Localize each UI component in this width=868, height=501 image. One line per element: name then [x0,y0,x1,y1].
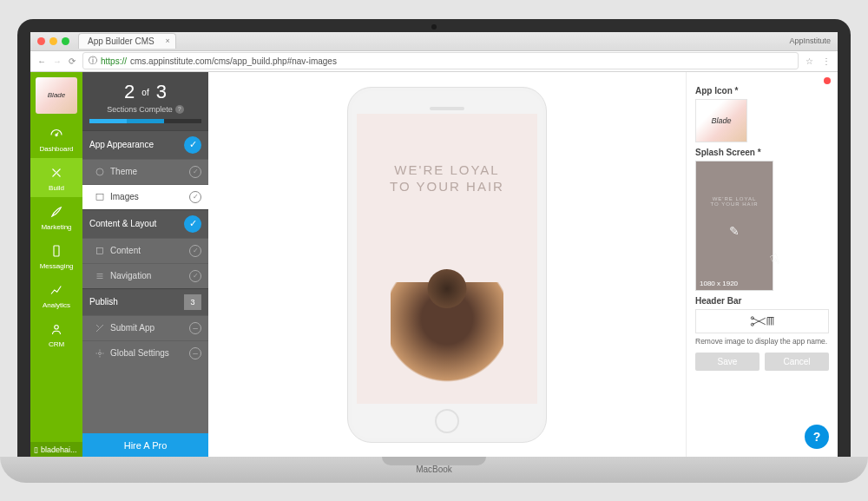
progress-current: 2 [124,81,135,102]
pending-ring-icon: – [189,322,201,334]
person-icon [49,321,64,337]
sub-item-images[interactable]: Images ✓ [82,184,208,209]
sidebar-item-build[interactable]: Build [30,158,82,197]
sidebar-item-analytics[interactable]: Analytics [30,275,82,314]
list-icon [95,271,105,281]
header-bar-preview[interactable] [695,309,829,333]
tab-close-icon[interactable]: × [165,36,169,45]
svg-point-3 [96,168,103,175]
splash-preview[interactable]: WE'RE LOYAL TO YOUR HAIR ✎ 1080 x 1920 ☟ [695,161,773,291]
svg-rect-5 [97,247,103,254]
browser-address-bar: ← → ⟳ ⓘ https://cms.appinstitute.com/cms… [30,51,838,72]
phone-screen: WE'RE LOYAL TO YOUR HAIR [357,114,537,404]
svg-point-6 [99,352,102,354]
browser-tab[interactable]: App Builder CMS × [78,33,176,49]
phone-preview: WE'RE LOYAL TO YOUR HAIR [347,87,547,443]
info-icon[interactable]: ? [175,105,184,114]
check-badge-icon: ✓ [184,136,201,154]
sub-item-theme[interactable]: Theme ✓ [82,159,208,184]
gauge-icon [49,126,64,142]
menu-icon[interactable]: ⋮ [822,56,831,66]
app-logo-thumb[interactable]: Blade [36,77,77,114]
gear-icon [95,348,105,359]
url-scheme: https:// [101,56,127,66]
browser-tab-bar: App Builder CMS × AppInstitute [30,32,838,51]
dimensions-label: 1080 x 1920 [700,280,738,287]
sub-item-submit-app[interactable]: Submit App – [82,315,208,340]
help-button[interactable]: ? [805,425,829,449]
home-button-icon [435,409,459,433]
url-text: cms.appinstitute.com/cms/app_build.php#n… [130,56,337,66]
sidebar-item-marketing[interactable]: Marketing [30,197,82,236]
properties-panel: App Icon * Blade Splash Screen * WE'RE L… [686,72,838,458]
sidebar-footer[interactable]: ▯ bladehai... [30,442,82,458]
label-app-icon: App Icon * [695,86,829,96]
group-content-layout[interactable]: Content & Layout ✓ [82,209,208,238]
progress-total: 3 [156,81,167,102]
save-button[interactable]: Save [695,353,760,371]
sub-item-navigation[interactable]: Navigation ✓ [82,263,208,288]
build-steps-panel: 2 of 3 Sections Complete? App Appearance… [82,72,208,458]
sidebar-item-crm[interactable]: CRM [30,314,82,353]
laptop-brand: MacBook [416,465,452,474]
send-icon [95,323,105,333]
chart-icon [49,282,64,298]
hire-pro-button[interactable]: Hire A Pro [82,433,208,458]
check-badge-icon: ✓ [184,215,201,233]
group-publish[interactable]: Publish 3 [82,288,208,315]
label-header-bar: Header Bar [695,296,829,306]
rocket-icon [49,204,64,220]
svg-rect-1 [54,246,59,256]
splash-image [391,282,503,404]
label-splash: Splash Screen * [695,148,829,157]
tools-icon [49,165,64,181]
pending-ring-icon: – [189,347,201,359]
extension-brand: AppInstitute [789,36,831,45]
progress-bar [89,119,201,123]
progress-box: 2 of 3 Sections Complete? [82,72,208,130]
cancel-button[interactable]: Cancel [765,353,829,371]
url-input[interactable]: ⓘ https://cms.appinstitute.com/cms/app_b… [82,52,799,69]
preview-canvas: WE'RE LOYAL TO YOUR HAIR [208,72,686,458]
cursor-icon: ☟ [768,250,782,268]
scissors-comb-icon [749,313,775,329]
app-icon-preview[interactable]: Blade [695,99,747,142]
lock-icon: ⓘ [89,55,97,67]
nav-reload-icon[interactable]: ⟳ [69,56,76,66]
speaker-icon [430,107,464,110]
image-icon [95,192,105,202]
edit-icon[interactable]: ✎ [729,224,740,238]
group-app-appearance[interactable]: App Appearance ✓ [82,130,208,159]
nav-forward-icon[interactable]: → [53,56,62,66]
check-ring-icon: ✓ [189,270,201,282]
header-hint: Remove image to display the app name. [695,337,829,346]
sub-item-content[interactable]: Content ✓ [82,238,208,263]
tab-title: App Builder CMS [88,36,155,46]
svg-rect-4 [96,194,103,200]
content-icon [95,246,105,256]
check-ring-icon: ✓ [189,245,201,257]
phone-icon [49,243,64,259]
main-sidebar: Blade Dashboard Build Marketing Messagin… [30,72,82,458]
check-ring-icon: ✓ [189,191,201,203]
window-close-icon[interactable] [37,37,45,45]
record-indicator-icon [824,77,831,84]
bookmark-icon[interactable]: ☆ [806,56,813,66]
palette-icon [95,167,105,177]
sub-item-global-settings[interactable]: Global Settings – [82,340,208,366]
check-ring-icon: ✓ [189,166,201,178]
window-maximize-icon[interactable] [62,37,69,45]
nav-back-icon[interactable]: ← [37,56,46,66]
sidebar-item-dashboard[interactable]: Dashboard [30,119,82,158]
count-badge: 3 [184,294,201,310]
window-minimize-icon[interactable] [49,37,57,45]
sidebar-item-messaging[interactable]: Messaging [30,236,82,275]
device-icon: ▯ [34,445,38,454]
svg-point-2 [55,325,59,329]
splash-slogan: WE'RE LOYAL TO YOUR HAIR [390,162,504,195]
